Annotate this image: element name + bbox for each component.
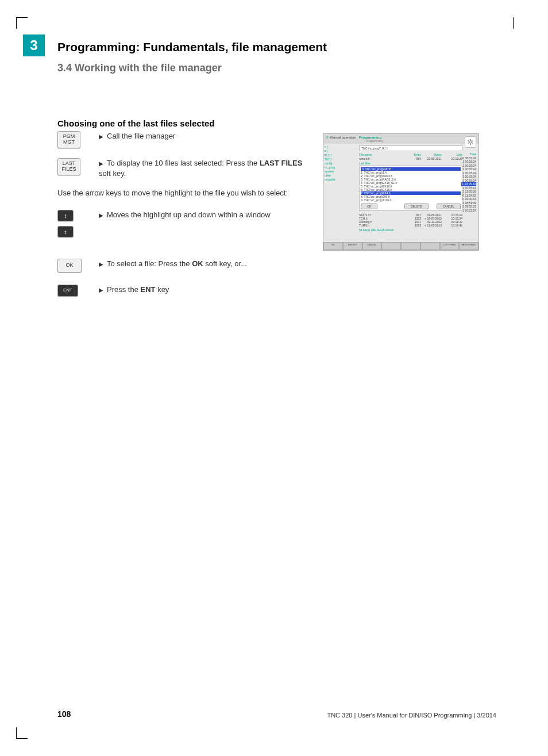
sc-lower-list: STAT1.H82702-05-201110:15:24 TCH.h1203+ …	[359, 213, 462, 227]
sc-softkey-empty	[381, 242, 401, 250]
page-number: 108	[57, 709, 71, 719]
sc-last-files-dialog: 0: TNC:\nc_prog\PAT.H 1: TNC:\nc_prog\1.…	[359, 166, 462, 211]
sc-path-bar: TNC:\nc_prog\*.H;*.I	[359, 145, 462, 151]
step-5: ENT ▶Press the ENT key	[57, 285, 304, 297]
caret-icon: ▶	[99, 160, 103, 167]
sc-softkey-copy[interactable]: COPY FIELD	[440, 242, 460, 250]
sc-time-column: Time 0 08:37:47 1 10:15:24 1 10:15:24 1 …	[461, 152, 476, 212]
sc-softkey-ok[interactable]: OK	[323, 242, 343, 250]
last-files-key: LAST FILES	[57, 158, 80, 175]
sc-drive-tree: C:\ F:\ PLC:\ TNC:\ config nc_prog syste…	[325, 145, 358, 182]
section-heading: 3.4 Working with the file manager	[57, 62, 222, 74]
sc-softkey-delete[interactable]: DELETE	[343, 242, 362, 250]
sc-softkey-empty	[420, 242, 440, 250]
step-1-text: Call the file manager	[107, 132, 175, 140]
sc-header: ⟳ Manual operation Programming Programmi…	[323, 134, 478, 144]
step-4: OK ▶To select a file: Press the OK soft …	[57, 259, 304, 273]
footer-text: TNC 320 | User's Manual for DIN/ISO Prog…	[327, 712, 496, 719]
sc-main-panel: TNC:\nc_prog\*.H;*.I File name Bytes Sta…	[359, 145, 462, 232]
sc-column-header: File name Bytes Status Date	[359, 152, 462, 157]
sc-ok-button[interactable]: OK	[361, 204, 377, 209]
sc-file-row: wizard.h 884 02-05-2011 10:13:28	[359, 157, 462, 160]
chapter-badge: 3	[23, 34, 45, 56]
sc-sidebar-right: ✲	[465, 136, 477, 148]
sc-softkey-bar: OK DELETE CANCEL COPY FIELD PASTE FIELD	[323, 242, 478, 250]
step-2-text: ▶To display the 10 files last selected: …	[99, 158, 304, 179]
step-5-text: ▶Press the ENT key	[99, 285, 169, 295]
sc-cancel-button[interactable]: CANCEL	[437, 204, 461, 209]
crop-mark-tl	[16, 17, 28, 29]
sc-delete-button[interactable]: DELETE	[404, 204, 428, 209]
sub-heading: Choosing one of the last files selected	[57, 118, 214, 128]
crop-mark-bl	[16, 727, 28, 739]
sc-softkey-empty	[401, 242, 420, 250]
step-4-text: ▶To select a file: Press the OK soft key…	[99, 259, 247, 269]
ent-key: ENT	[57, 285, 78, 297]
sc-softkey-cancel[interactable]: CANCEL	[362, 242, 382, 250]
sc-last-file: 9: TNC:\nc_prog\1116.h	[361, 198, 461, 202]
ok-softkey: OK	[57, 259, 82, 273]
step-3-text: Moves the highlight up and down within a…	[107, 210, 271, 219]
body-text: Use the arrow keys to move the highlight…	[57, 188, 299, 198]
caret-icon: ▶	[99, 133, 103, 140]
chapter-title: Programming: Fundamentals, file manageme…	[57, 40, 327, 54]
gear-icon: ✲	[465, 136, 476, 148]
pgm-mgt-key: PGM MGT	[57, 131, 80, 148]
caret-icon: ▶	[99, 212, 103, 218]
sc-summary: 54 file(s) 186.16 GB vacant	[359, 228, 462, 232]
step-2: LAST FILES ▶To display the 10 files last…	[57, 158, 304, 179]
step-1: PGM MGT ▶Call the file manager	[57, 131, 304, 148]
file-manager-screenshot: ⟳ Manual operation Programming Programmi…	[323, 133, 479, 251]
sc-last-files-title: Last files	[359, 162, 462, 165]
sc-softkey-paste[interactable]: PASTE FIELD	[459, 242, 478, 250]
crop-mark-tr	[513, 17, 514, 29]
caret-icon: ▶	[99, 261, 103, 267]
arrow-down-key: ↕	[57, 226, 74, 237]
caret-icon: ▶	[99, 287, 103, 293]
step-3: ↕ ↕ ▶Moves the highlight up and down wit…	[57, 210, 304, 237]
sc-file-row: TURN.h1083+ 11-03-201310:19:46	[359, 224, 462, 227]
arrow-up-key: ↕	[57, 210, 74, 221]
